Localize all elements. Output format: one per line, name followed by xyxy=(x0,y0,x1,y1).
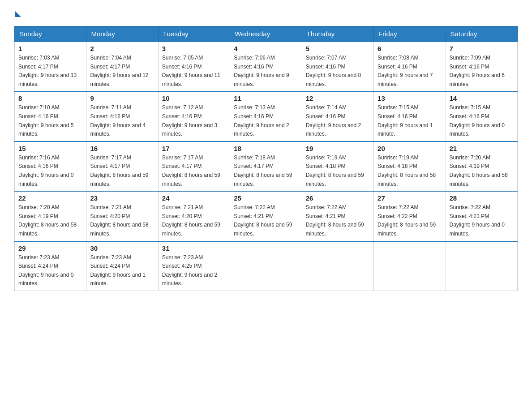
day-number: 24 xyxy=(162,194,226,202)
day-info: Sunrise: 7:20 AMSunset: 4:19 PMDaylight:… xyxy=(450,154,508,187)
calendar-cell xyxy=(230,241,302,291)
day-number: 15 xyxy=(18,145,82,152)
calendar-cell: 22 Sunrise: 7:20 AMSunset: 4:19 PMDaylig… xyxy=(15,191,86,241)
day-number: 10 xyxy=(162,94,226,102)
calendar-cell: 19 Sunrise: 7:19 AMSunset: 4:18 PMDaylig… xyxy=(302,141,373,191)
day-number: 21 xyxy=(450,145,514,152)
calendar-cell xyxy=(302,241,373,291)
calendar-cell: 13 Sunrise: 7:15 AMSunset: 4:16 PMDaylig… xyxy=(374,91,446,141)
calendar-cell: 7 Sunrise: 7:09 AMSunset: 4:16 PMDayligh… xyxy=(446,42,517,91)
day-number: 16 xyxy=(90,145,154,152)
day-number: 18 xyxy=(234,145,298,152)
week-row-1: 1 Sunrise: 7:03 AMSunset: 4:17 PMDayligh… xyxy=(15,42,518,91)
day-header-thursday: Thursday xyxy=(302,26,373,42)
day-number: 3 xyxy=(162,45,226,52)
day-info: Sunrise: 7:19 AMSunset: 4:18 PMDaylight:… xyxy=(306,154,364,187)
day-number: 23 xyxy=(90,194,154,202)
calendar-cell: 4 Sunrise: 7:06 AMSunset: 4:16 PMDayligh… xyxy=(230,42,302,91)
day-info: Sunrise: 7:17 AMSunset: 4:17 PMDaylight:… xyxy=(162,154,220,187)
day-info: Sunrise: 7:14 AMSunset: 4:16 PMDaylight:… xyxy=(306,104,361,137)
day-info: Sunrise: 7:21 AMSunset: 4:20 PMDaylight:… xyxy=(90,204,148,237)
week-row-2: 8 Sunrise: 7:10 AMSunset: 4:16 PMDayligh… xyxy=(15,91,518,141)
day-header-friday: Friday xyxy=(374,26,446,42)
day-info: Sunrise: 7:10 AMSunset: 4:16 PMDaylight:… xyxy=(18,104,73,137)
day-header-sunday: Sunday xyxy=(15,26,86,42)
calendar-cell: 10 Sunrise: 7:12 AMSunset: 4:16 PMDaylig… xyxy=(158,91,230,141)
calendar-cell: 30 Sunrise: 7:23 AMSunset: 4:24 PMDaylig… xyxy=(86,241,158,291)
day-info: Sunrise: 7:16 AMSunset: 4:16 PMDaylight:… xyxy=(18,154,73,187)
calendar-cell xyxy=(374,241,446,291)
day-info: Sunrise: 7:23 AMSunset: 4:24 PMDaylight:… xyxy=(18,254,73,287)
calendar-table: SundayMondayTuesdayWednesdayThursdayFrid… xyxy=(14,26,518,291)
calendar-cell: 8 Sunrise: 7:10 AMSunset: 4:16 PMDayligh… xyxy=(15,91,86,141)
calendar-cell: 18 Sunrise: 7:18 AMSunset: 4:17 PMDaylig… xyxy=(230,141,302,191)
calendar-cell: 5 Sunrise: 7:07 AMSunset: 4:16 PMDayligh… xyxy=(302,42,373,91)
calendar-cell: 27 Sunrise: 7:22 AMSunset: 4:22 PMDaylig… xyxy=(374,191,446,241)
day-number: 8 xyxy=(18,94,82,102)
day-info: Sunrise: 7:18 AMSunset: 4:17 PMDaylight:… xyxy=(234,154,292,187)
calendar-cell: 26 Sunrise: 7:22 AMSunset: 4:21 PMDaylig… xyxy=(302,191,373,241)
day-number: 13 xyxy=(378,94,442,102)
day-number: 7 xyxy=(450,45,514,52)
day-number: 1 xyxy=(18,45,82,52)
calendar-cell: 25 Sunrise: 7:22 AMSunset: 4:21 PMDaylig… xyxy=(230,191,302,241)
day-info: Sunrise: 7:04 AMSunset: 4:17 PMDaylight:… xyxy=(90,55,148,87)
day-number: 25 xyxy=(234,194,298,202)
day-header-saturday: Saturday xyxy=(446,26,517,42)
day-number: 28 xyxy=(450,194,514,202)
day-number: 17 xyxy=(162,145,226,152)
day-number: 29 xyxy=(18,244,82,252)
day-info: Sunrise: 7:03 AMSunset: 4:17 PMDaylight:… xyxy=(18,55,77,87)
calendar-cell: 29 Sunrise: 7:23 AMSunset: 4:24 PMDaylig… xyxy=(15,241,86,291)
day-info: Sunrise: 7:15 AMSunset: 4:16 PMDaylight:… xyxy=(450,104,505,137)
day-number: 14 xyxy=(450,94,514,102)
calendar-cell: 3 Sunrise: 7:05 AMSunset: 4:16 PMDayligh… xyxy=(158,42,230,91)
calendar-cell: 24 Sunrise: 7:21 AMSunset: 4:20 PMDaylig… xyxy=(158,191,230,241)
logo xyxy=(14,11,21,17)
day-info: Sunrise: 7:07 AMSunset: 4:16 PMDaylight:… xyxy=(306,55,361,87)
calendar-cell xyxy=(446,241,517,291)
day-info: Sunrise: 7:23 AMSunset: 4:24 PMDaylight:… xyxy=(90,254,145,287)
day-info: Sunrise: 7:23 AMSunset: 4:25 PMDaylight:… xyxy=(162,254,217,287)
week-row-3: 15 Sunrise: 7:16 AMSunset: 4:16 PMDaylig… xyxy=(15,141,518,191)
day-info: Sunrise: 7:12 AMSunset: 4:16 PMDaylight:… xyxy=(162,104,217,137)
day-info: Sunrise: 7:13 AMSunset: 4:16 PMDaylight:… xyxy=(234,104,289,137)
day-info: Sunrise: 7:21 AMSunset: 4:20 PMDaylight:… xyxy=(162,204,220,237)
day-number: 31 xyxy=(162,244,226,252)
day-number: 22 xyxy=(18,194,82,202)
calendar-cell: 20 Sunrise: 7:19 AMSunset: 4:18 PMDaylig… xyxy=(374,141,446,191)
day-number: 19 xyxy=(306,145,370,152)
calendar-cell: 31 Sunrise: 7:23 AMSunset: 4:25 PMDaylig… xyxy=(158,241,230,291)
day-number: 5 xyxy=(306,45,370,52)
calendar-cell: 1 Sunrise: 7:03 AMSunset: 4:17 PMDayligh… xyxy=(15,42,86,91)
calendar-cell: 23 Sunrise: 7:21 AMSunset: 4:20 PMDaylig… xyxy=(86,191,158,241)
page-header xyxy=(14,11,518,17)
day-number: 6 xyxy=(378,45,442,52)
calendar-cell: 17 Sunrise: 7:17 AMSunset: 4:17 PMDaylig… xyxy=(158,141,230,191)
day-info: Sunrise: 7:05 AMSunset: 4:16 PMDaylight:… xyxy=(162,55,220,87)
day-info: Sunrise: 7:17 AMSunset: 4:17 PMDaylight:… xyxy=(90,154,148,187)
day-info: Sunrise: 7:19 AMSunset: 4:18 PMDaylight:… xyxy=(378,154,436,187)
day-header-monday: Monday xyxy=(86,26,158,42)
calendar-cell: 2 Sunrise: 7:04 AMSunset: 4:17 PMDayligh… xyxy=(86,42,158,91)
day-number: 11 xyxy=(234,94,298,102)
day-info: Sunrise: 7:15 AMSunset: 4:16 PMDaylight:… xyxy=(378,104,433,137)
week-row-5: 29 Sunrise: 7:23 AMSunset: 4:24 PMDaylig… xyxy=(15,241,518,291)
header-row: SundayMondayTuesdayWednesdayThursdayFrid… xyxy=(15,26,518,42)
day-info: Sunrise: 7:08 AMSunset: 4:16 PMDaylight:… xyxy=(378,55,433,87)
day-info: Sunrise: 7:09 AMSunset: 4:16 PMDaylight:… xyxy=(450,55,505,87)
day-info: Sunrise: 7:06 AMSunset: 4:16 PMDaylight:… xyxy=(234,55,289,87)
calendar-cell: 16 Sunrise: 7:17 AMSunset: 4:17 PMDaylig… xyxy=(86,141,158,191)
calendar-cell: 9 Sunrise: 7:11 AMSunset: 4:16 PMDayligh… xyxy=(86,91,158,141)
day-info: Sunrise: 7:11 AMSunset: 4:16 PMDaylight:… xyxy=(90,104,145,137)
day-number: 20 xyxy=(378,145,442,152)
day-info: Sunrise: 7:20 AMSunset: 4:19 PMDaylight:… xyxy=(18,204,77,237)
day-number: 26 xyxy=(306,194,370,202)
day-info: Sunrise: 7:22 AMSunset: 4:22 PMDaylight:… xyxy=(378,204,436,237)
calendar-cell: 14 Sunrise: 7:15 AMSunset: 4:16 PMDaylig… xyxy=(446,91,517,141)
calendar-cell: 11 Sunrise: 7:13 AMSunset: 4:16 PMDaylig… xyxy=(230,91,302,141)
day-info: Sunrise: 7:22 AMSunset: 4:23 PMDaylight:… xyxy=(450,204,505,237)
calendar-cell: 21 Sunrise: 7:20 AMSunset: 4:19 PMDaylig… xyxy=(446,141,517,191)
day-header-tuesday: Tuesday xyxy=(158,26,230,42)
calendar-cell: 12 Sunrise: 7:14 AMSunset: 4:16 PMDaylig… xyxy=(302,91,373,141)
